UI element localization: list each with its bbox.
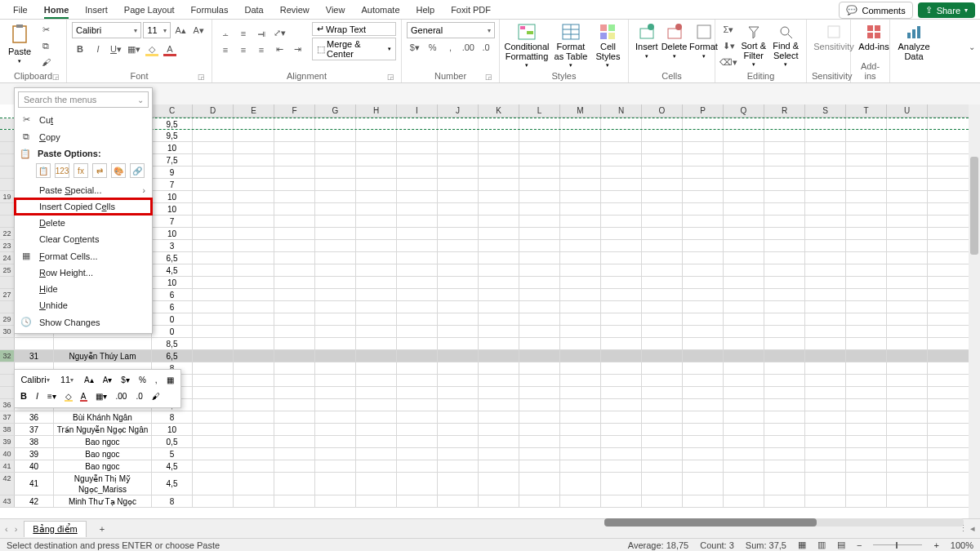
row-header[interactable]: 32 (0, 350, 15, 362)
sheet-nav-next[interactable]: › (15, 524, 18, 534)
cell[interactable] (764, 216, 805, 227)
cell[interactable] (601, 301, 642, 313)
cell[interactable]: 37 (15, 424, 54, 435)
cell[interactable] (438, 338, 479, 349)
cell[interactable] (479, 216, 519, 227)
cell[interactable] (642, 387, 683, 398)
cell[interactable] (642, 399, 683, 411)
ctx-format-cells[interactable]: ▦Format Cells... (15, 247, 152, 264)
zoom-in-button[interactable]: + (933, 540, 938, 550)
cell[interactable]: 4,5 (152, 473, 193, 495)
cell[interactable] (438, 240, 479, 251)
paste-option-3[interactable]: fx (74, 163, 88, 178)
cell[interactable] (479, 203, 519, 215)
cell[interactable]: 8 (152, 495, 193, 507)
cell[interactable] (560, 167, 601, 178)
col-header-T[interactable]: T (846, 104, 887, 117)
row-header[interactable]: 41 (0, 460, 15, 472)
cell[interactable] (274, 448, 315, 460)
cell[interactable] (846, 399, 887, 411)
cell[interactable] (438, 252, 479, 264)
cell[interactable] (274, 301, 315, 313)
cell[interactable]: 0,5 (152, 436, 193, 447)
percent-button[interactable]: % (425, 40, 441, 55)
cell[interactable] (193, 362, 234, 374)
cell[interactable] (234, 154, 274, 166)
mini-dec-decimal[interactable]: .0 (132, 389, 145, 403)
cell[interactable] (764, 436, 805, 447)
col-header-J[interactable]: J (438, 104, 479, 117)
cell[interactable] (274, 313, 315, 325)
tab-view[interactable]: View (318, 2, 354, 18)
cell[interactable] (846, 191, 887, 202)
cell[interactable] (519, 277, 560, 288)
cell[interactable] (724, 191, 764, 202)
bold-button[interactable]: B (72, 42, 88, 56)
cell[interactable] (397, 228, 438, 239)
cell[interactable]: 10 (152, 228, 193, 239)
cell[interactable] (315, 362, 356, 374)
cell[interactable] (805, 118, 846, 129)
cell[interactable] (234, 240, 274, 251)
cell[interactable] (601, 338, 642, 349)
paste-option-5[interactable]: 🎨 (111, 163, 126, 178)
row-header[interactable]: 19 (0, 191, 15, 202)
tab-page-layout[interactable]: Page Layout (116, 2, 183, 18)
cell[interactable]: 7,5 (152, 154, 193, 166)
col-header-D[interactable]: D (193, 104, 234, 117)
cell[interactable] (519, 313, 560, 325)
cell[interactable] (356, 289, 397, 300)
cell[interactable] (683, 411, 724, 423)
autosum-button[interactable]: Σ▾ (720, 22, 737, 37)
cell[interactable] (560, 118, 601, 129)
cell[interactable] (479, 228, 519, 239)
cell[interactable] (724, 424, 764, 435)
cell[interactable] (397, 179, 438, 190)
cell[interactable] (438, 448, 479, 460)
cell[interactable] (519, 191, 560, 202)
cell[interactable] (315, 252, 356, 264)
cell[interactable] (397, 216, 438, 227)
tab-automate[interactable]: Automate (353, 2, 408, 18)
cell[interactable] (356, 387, 397, 398)
font-size-combo[interactable]: 11▾ (143, 22, 171, 38)
cell[interactable] (601, 473, 642, 495)
cell[interactable]: 4,5 (152, 264, 193, 276)
cell[interactable] (846, 473, 887, 495)
cell[interactable] (724, 216, 764, 227)
row-header[interactable]: 25 (0, 264, 15, 276)
ctx-paste-special[interactable]: Paste Special... (15, 182, 152, 198)
cell[interactable] (560, 387, 601, 398)
cell[interactable] (438, 264, 479, 276)
cell[interactable] (193, 448, 234, 460)
cell[interactable] (683, 473, 724, 495)
ctx-hide[interactable]: Hide (15, 281, 152, 297)
cell[interactable]: 38 (15, 436, 54, 447)
fill-button[interactable]: ⬇▾ (720, 38, 737, 53)
cell[interactable] (724, 460, 764, 472)
cell[interactable] (846, 362, 887, 374)
cell[interactable] (560, 252, 601, 264)
col-header-N[interactable]: N (601, 104, 642, 117)
cell[interactable] (764, 142, 805, 153)
zoom-level[interactable]: 100% (951, 540, 973, 550)
cell[interactable] (397, 460, 438, 472)
cell[interactable] (234, 252, 274, 264)
cell[interactable] (234, 130, 274, 141)
cell[interactable] (887, 313, 928, 325)
ctx-clear-contents[interactable]: Clear Contents (15, 231, 152, 247)
cell[interactable] (438, 167, 479, 178)
cell[interactable] (601, 179, 642, 190)
cell[interactable] (193, 154, 234, 166)
cell[interactable] (805, 448, 846, 460)
cell[interactable] (438, 387, 479, 398)
cell[interactable] (438, 313, 479, 325)
cell[interactable]: 10 (152, 277, 193, 288)
cell[interactable] (846, 424, 887, 435)
cell[interactable] (683, 424, 724, 435)
cut-button[interactable]: ✂ (38, 22, 54, 37)
tab-help[interactable]: Help (408, 2, 443, 18)
cell[interactable] (601, 362, 642, 374)
cell[interactable] (356, 216, 397, 227)
cell[interactable] (601, 411, 642, 423)
